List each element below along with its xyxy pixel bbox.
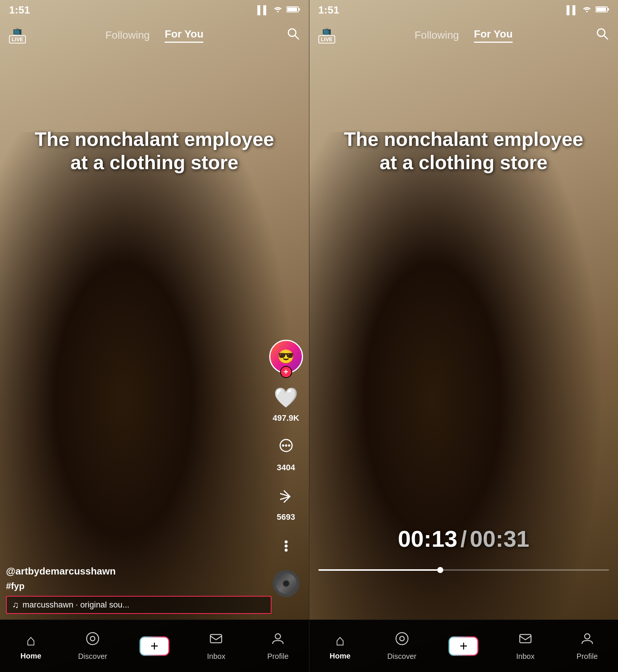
video-title-line1-right: The nonchalant employee [324, 128, 603, 151]
svg-point-17 [586, 11, 588, 12]
creator-avatar[interactable]: 😎 + [269, 340, 303, 374]
nav-inbox-right[interactable]: Inbox [495, 632, 556, 661]
hashtag[interactable]: #fyp [6, 581, 272, 591]
nav-discover[interactable]: Discover [62, 632, 124, 661]
top-nav-right: 📺 LIVE Following For You [309, 20, 618, 50]
home-label-right: Home [330, 652, 351, 660]
follow-button[interactable]: + [280, 366, 292, 378]
video-title: The nonchalant employee at a clothing st… [0, 128, 309, 174]
wifi-icon [273, 5, 283, 15]
inbox-label-right: Inbox [516, 652, 534, 661]
status-icons-right: ▌▌ [567, 5, 609, 15]
username[interactable]: @artbydemarcusshawn [6, 566, 272, 577]
svg-rect-25 [520, 634, 531, 643]
like-count: 497.9K [273, 413, 299, 423]
bottom-nav-right: ⌂ Home Discover + Inbo [309, 620, 618, 672]
nav-profile-right[interactable]: Profile [556, 632, 618, 661]
svg-rect-15 [210, 634, 222, 643]
svg-point-14 [90, 636, 95, 641]
create-button-right[interactable]: + [448, 636, 478, 656]
nav-profile[interactable]: Profile [247, 632, 309, 661]
top-nav: 📺 LIVE Following For You [0, 20, 309, 50]
live-label-right: LIVE [318, 35, 335, 44]
nav-discover-right[interactable]: Discover [371, 632, 433, 661]
svg-line-22 [604, 36, 608, 39]
comment-icon [273, 434, 300, 460]
tv-icon: 📺 [13, 26, 22, 35]
video-title-line2-right: at a clothing store [324, 151, 603, 174]
music-disc-center [282, 579, 290, 588]
battery-icon [286, 5, 300, 15]
nav-inbox[interactable]: Inbox [185, 632, 247, 661]
svg-point-12 [285, 549, 288, 552]
music-disc[interactable] [273, 570, 300, 597]
inbox-icon-right [518, 632, 532, 649]
foryou-tab[interactable]: For You [165, 28, 203, 43]
nav-home-right[interactable]: ⌂ Home [309, 632, 371, 660]
signal-icon: ▌▌ [257, 5, 269, 15]
svg-point-8 [285, 444, 287, 447]
discover-label: Discover [78, 652, 107, 661]
svg-line-5 [295, 36, 299, 39]
svg-point-16 [275, 634, 280, 639]
music-bar[interactable]: ♫ marcusshawn · original sou... [6, 596, 272, 614]
signal-icon-right: ▌▌ [567, 5, 578, 15]
video-title-line1: The nonchalant employee [15, 128, 294, 151]
heart-icon: 🤍 [273, 384, 300, 411]
discover-label-right: Discover [387, 652, 417, 661]
right-phone: 1:51 ▌▌ 📺 LIVE Fo [309, 0, 618, 672]
bottom-nav: ⌂ Home Discover + Inbo [0, 620, 309, 672]
right-sidebar: 😎 + 🤍 497.9K 3404 [269, 340, 303, 597]
timer-slash: / [460, 526, 467, 552]
more-button[interactable] [273, 532, 300, 560]
svg-point-13 [87, 633, 99, 645]
inbox-icon [209, 632, 223, 649]
progress-fill [318, 569, 441, 571]
home-label: Home [21, 652, 42, 660]
svg-point-26 [585, 634, 590, 639]
following-tab[interactable]: Following [105, 29, 150, 41]
live-button-right[interactable]: 📺 LIVE [318, 26, 335, 45]
progress-bar[interactable] [318, 569, 609, 571]
like-button[interactable]: 🤍 497.9K [273, 384, 300, 423]
comment-button[interactable]: 3404 [273, 434, 300, 472]
svg-point-11 [285, 544, 288, 548]
svg-rect-20 [608, 8, 609, 10]
discover-icon-right [395, 632, 409, 649]
inbox-label: Inbox [207, 652, 225, 661]
svg-point-24 [400, 636, 404, 641]
discover-icon [86, 632, 100, 649]
svg-point-7 [282, 444, 284, 447]
following-tab-right[interactable]: Following [415, 29, 459, 41]
live-button[interactable]: 📺 LIVE [9, 26, 26, 45]
share-count: 5693 [277, 512, 295, 522]
foryou-tab-right[interactable]: For You [474, 28, 513, 43]
bottom-info: @artbydemarcusshawn #fyp ♫ marcusshawn ·… [6, 566, 272, 614]
svg-point-21 [597, 29, 605, 36]
plus-icon-right: + [460, 638, 468, 654]
svg-point-9 [288, 444, 290, 447]
share-button[interactable]: 5693 [273, 483, 300, 522]
comment-count: 3404 [277, 463, 295, 472]
create-button[interactable]: + [140, 636, 170, 656]
search-icon-right[interactable] [596, 27, 609, 44]
home-icon: ⌂ [26, 632, 35, 649]
nav-create[interactable]: + [123, 636, 185, 656]
video-timer: 00:13/00:31 [309, 525, 618, 552]
search-icon[interactable] [286, 27, 300, 44]
profile-label-right: Profile [576, 652, 598, 661]
svg-point-0 [277, 11, 279, 12]
timer-current: 00:13 [398, 526, 458, 552]
wifi-icon-right [582, 5, 592, 15]
video-title-right: The nonchalant employee at a clothing st… [309, 128, 618, 174]
nav-create-right[interactable]: + [433, 636, 495, 656]
battery-icon-right [596, 5, 609, 15]
svg-point-23 [396, 633, 408, 645]
video-title-line2: at a clothing store [15, 151, 294, 174]
nav-home[interactable]: ⌂ Home [0, 632, 62, 660]
status-bar: 1:51 ▌▌ [0, 0, 309, 20]
profile-icon [271, 632, 285, 649]
profile-label: Profile [267, 652, 289, 661]
svg-point-4 [288, 29, 296, 36]
status-time-right: 1:51 [318, 4, 339, 16]
